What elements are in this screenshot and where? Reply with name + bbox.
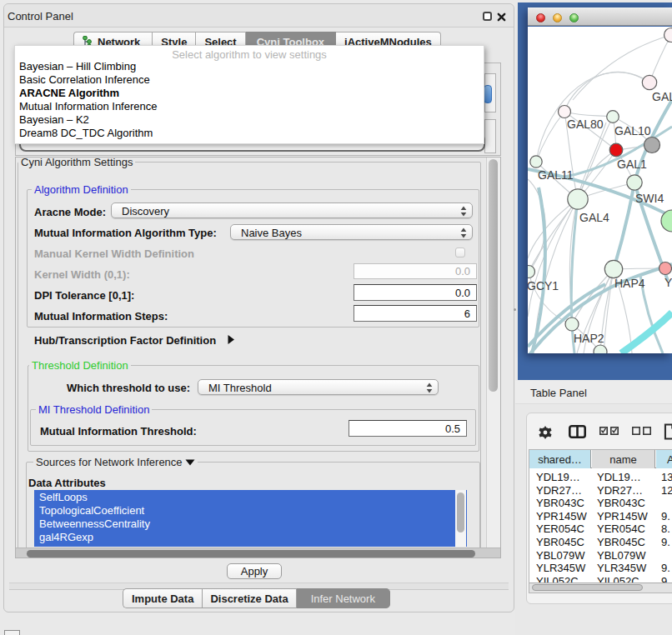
svg-text:GAL4: GAL4	[579, 211, 609, 224]
svg-text:Y: Y	[664, 276, 672, 289]
svg-text:HAP4: HAP4	[614, 277, 645, 290]
svg-text:HAP2: HAP2	[574, 332, 604, 345]
svg-text:GAL1: GAL1	[617, 158, 647, 171]
svg-text:GAL10: GAL10	[614, 124, 651, 138]
svg-text:GCY1: GCY1	[528, 279, 559, 292]
svg-text:GAL7: GAL7	[652, 90, 672, 103]
svg-text:GAL80: GAL80	[567, 118, 604, 131]
svg-text:GAL11: GAL11	[538, 168, 574, 182]
svg-text:SWI4: SWI4	[635, 192, 664, 205]
